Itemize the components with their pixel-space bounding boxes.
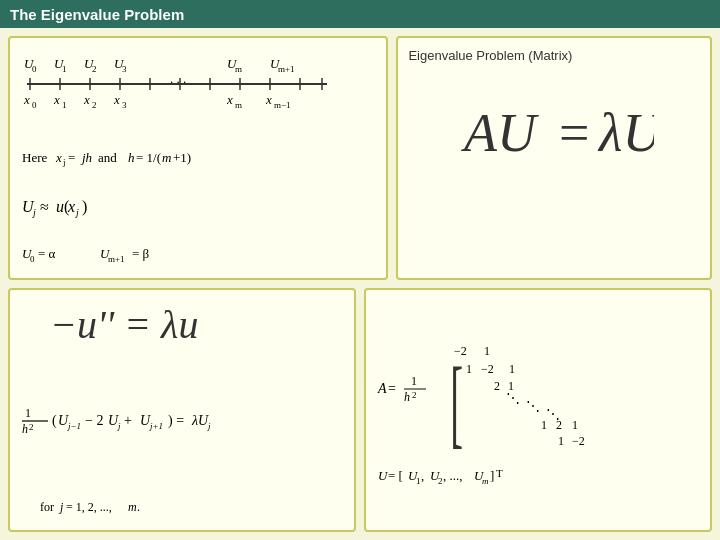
svg-text:for: for (40, 500, 54, 514)
svg-text:.: . (137, 500, 140, 514)
svg-text:+1): +1) (173, 150, 191, 165)
here-formula-svg: Here x j = jh and h = 1/( m +1) (20, 146, 320, 168)
ode-svg: −u'' = λu (20, 300, 300, 350)
svg-text:m−1: m−1 (274, 100, 291, 110)
svg-text:= [: = [ (388, 468, 403, 483)
svg-text:jh: jh (80, 150, 92, 165)
svg-text:x: x (113, 92, 120, 107)
svg-text:1: 1 (572, 418, 578, 432)
svg-text:x: x (53, 92, 60, 107)
svg-text:T: T (496, 467, 503, 479)
svg-text:h: h (404, 390, 410, 404)
svg-text:j−1: j−1 (67, 421, 81, 431)
top-right-box: Eigenvalue Problem (Matrix) AU = λU (396, 36, 712, 280)
svg-text:−2: −2 (481, 362, 494, 376)
svg-text:j: j (58, 500, 64, 514)
approx-formula: U j ≈ u ( x j ) (20, 192, 376, 224)
svg-text:+: + (124, 413, 132, 428)
svg-text:2: 2 (92, 100, 97, 110)
svg-text:m: m (482, 476, 489, 486)
svg-text:m: m (235, 64, 242, 74)
svg-text:): ) (82, 198, 87, 216)
svg-text:x: x (55, 150, 62, 165)
svg-text:1: 1 (411, 374, 417, 388)
svg-text:0: 0 (30, 254, 35, 264)
svg-text:x: x (83, 92, 90, 107)
svg-text:x: x (265, 92, 272, 107)
svg-text:=: = (68, 150, 75, 165)
svg-text:j+1: j+1 (149, 421, 163, 431)
svg-text:= β: = β (132, 246, 150, 261)
svg-text:,: , (421, 468, 424, 483)
svg-text:· · ·: · · · (170, 74, 186, 89)
svg-text:[: [ (450, 348, 463, 457)
svg-text:= α: = α (38, 246, 56, 261)
disc-svg: 1 h 2 ( U j−1 − 2 U j + U j+1 ) = λU j (20, 395, 330, 447)
au-lambda-u-svg: AU = λU (454, 93, 654, 173)
svg-text:x: x (226, 92, 233, 107)
svg-text:λU: λU (191, 413, 209, 428)
ode-formula: −u'' = λu (20, 300, 344, 350)
svg-text:j: j (62, 157, 66, 167)
svg-text:h: h (128, 150, 135, 165)
matrix-svg: A = 1 h 2 [ ] −2 1 1 (376, 333, 666, 463)
u-vector-svg: U = [ U 1 , U 2 , ..., U m ] T (376, 463, 616, 487)
number-line-svg: U 0 U 1 U 2 U 3 U m U m+1 (22, 52, 332, 122)
svg-text:and: and (98, 150, 117, 165)
svg-text:x: x (23, 92, 30, 107)
boundary-conditions: U 0 = α U m+1 = β (20, 242, 376, 268)
svg-text:−2: −2 (572, 434, 585, 448)
number-line-diagram: U 0 U 1 U 2 U 3 U m U m+1 (20, 48, 376, 126)
svg-text:0: 0 (32, 64, 37, 74)
svg-text:u: u (56, 198, 64, 215)
eigenvalue-formula: AU = λU (408, 93, 700, 173)
eigenvalue-matrix-label: Eigenvalue Problem (Matrix) (408, 48, 572, 63)
bc-svg: U 0 = α U m+1 = β (20, 242, 320, 264)
top-left-box: U 0 U 1 U 2 U 3 U m U m+1 (8, 36, 388, 280)
svg-text:x: x (67, 198, 75, 215)
svg-text:= 1, 2, ...,: = 1, 2, ..., (66, 500, 112, 514)
svg-text:m+1: m+1 (108, 254, 125, 264)
svg-text:]: ] (665, 348, 666, 457)
matrix-display: A = 1 h 2 [ ] −2 1 1 (376, 333, 700, 487)
svg-text:3: 3 (122, 100, 127, 110)
bottom-right-box: A = 1 h 2 [ ] −2 1 1 (364, 288, 712, 532)
svg-text:−u'' = λu: −u'' = λu (50, 302, 198, 347)
svg-text:0: 0 (32, 100, 37, 110)
svg-text:1: 1 (62, 100, 67, 110)
svg-text:m+1: m+1 (278, 64, 295, 74)
svg-text:1: 1 (466, 362, 472, 376)
svg-text:⋱: ⋱ (506, 391, 520, 406)
svg-text:m: m (162, 150, 171, 165)
svg-text:]: ] (490, 468, 494, 483)
bottom-left-box: −u'' = λu 1 h 2 ( U j−1 − 2 U j (8, 288, 356, 532)
svg-text:, ...,: , ..., (443, 468, 463, 483)
svg-text:=: = (388, 381, 396, 396)
svg-text:1: 1 (558, 434, 564, 448)
svg-text:j: j (207, 421, 211, 431)
svg-text:⋱: ⋱ (526, 399, 540, 414)
svg-text:1: 1 (509, 362, 515, 376)
svg-text:1: 1 (62, 64, 67, 74)
svg-text:2: 2 (556, 418, 562, 432)
svg-text:2: 2 (412, 390, 417, 400)
svg-text:AU: AU (461, 103, 539, 163)
svg-text:2: 2 (92, 64, 97, 74)
svg-text:−2: −2 (454, 344, 467, 358)
svg-text:m: m (128, 500, 137, 514)
svg-text:1: 1 (541, 418, 547, 432)
svg-text:2: 2 (494, 379, 500, 393)
svg-text:1: 1 (416, 476, 421, 486)
svg-text:) =: ) = (168, 413, 184, 429)
approx-svg: U j ≈ u ( x j ) (20, 192, 320, 220)
svg-text:2: 2 (29, 422, 34, 432)
here-text: Here x j = jh and h = 1/( m +1) (20, 144, 376, 174)
header-title: The Eigenvalue Problem (10, 6, 184, 23)
svg-text:j: j (117, 421, 121, 431)
svg-text:=: = (559, 103, 589, 163)
svg-text:Here: Here (22, 150, 47, 165)
svg-text:− 2: − 2 (85, 413, 103, 428)
svg-text:3: 3 (122, 64, 127, 74)
svg-text:h: h (22, 422, 28, 436)
svg-text:2: 2 (438, 476, 443, 486)
